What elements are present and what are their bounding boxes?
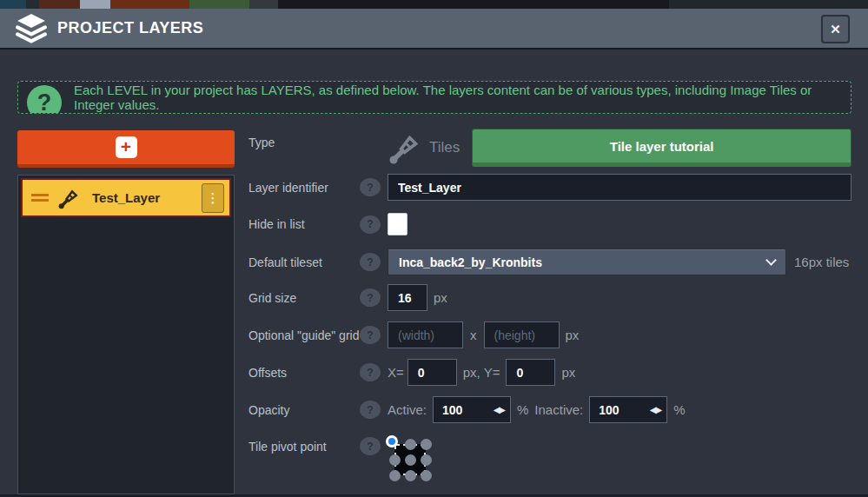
layers-sidebar: + Test_Layer ⋮ — [17, 130, 235, 494]
strip-segment — [189, 0, 249, 9]
add-layer-button[interactable]: + — [17, 130, 235, 168]
help-icon[interactable]: ? — [360, 253, 381, 271]
opacity-label: Opacity — [248, 403, 360, 417]
type-label: Type — [248, 129, 360, 149]
pivot-dot[interactable] — [421, 470, 432, 481]
help-icon[interactable]: ? — [360, 215, 381, 234]
help-icon[interactable]: ? — [360, 363, 381, 381]
guide-width-input[interactable] — [388, 321, 463, 348]
kebab-icon: ⋮ — [207, 191, 220, 204]
hide-in-list-label: Hide in list — [248, 217, 360, 231]
guide-grid-row: Optional "guide" grid ? x px — [248, 321, 851, 348]
offsets-label: Offsets — [248, 366, 360, 380]
percent-sign: % — [517, 402, 528, 417]
tile-pivot-grid[interactable] — [388, 437, 433, 482]
guide-separator: x — [470, 328, 477, 342]
close-icon: ✕ — [830, 22, 841, 37]
strip-segment — [249, 0, 278, 9]
layer-list-item[interactable]: Test_Layer ⋮ — [21, 178, 231, 217]
active-opacity-input[interactable]: 100 ◀▶ — [433, 396, 511, 423]
info-banner: ? Each LEVEL in your project has LAYERS,… — [17, 81, 851, 114]
layer-menu-button[interactable]: ⋮ — [202, 183, 224, 213]
default-tileset-label: Default tileset — [248, 255, 360, 269]
offsets-row: Offsets ? X= px, Y= px — [248, 359, 851, 386]
guide-grid-unit: px — [566, 328, 580, 342]
question-mark-icon: ? — [27, 85, 62, 114]
layers-icon — [14, 13, 49, 44]
strip-segment — [0, 0, 26, 9]
pivot-dot[interactable] — [421, 454, 432, 466]
percent-sign: % — [673, 402, 685, 417]
help-icon[interactable]: ? — [360, 288, 381, 307]
tile-pivot-label: Tile pivot point — [248, 437, 360, 454]
tutorial-button-label: Tile layer tutorial — [610, 139, 714, 154]
opacity-row: Opacity ? Active: 100 ◀▶ % Inactive: 100… — [248, 396, 851, 423]
dialog-header: PROJECT LAYERS ✕ — [0, 9, 868, 50]
offset-separator: px, Y= — [463, 365, 500, 380]
strip-segment — [669, 0, 868, 9]
pivot-dot[interactable] — [405, 454, 416, 466]
inactive-opacity-label: Inactive: — [534, 402, 583, 417]
grid-size-label: Grid size — [248, 291, 360, 305]
strip-segment — [80, 0, 110, 9]
help-icon[interactable]: ? — [360, 437, 381, 455]
pivot-dot-selected[interactable] — [386, 435, 398, 447]
identifier-row: Layer identifier ? — [248, 174, 851, 201]
offset-x-label: X= — [388, 365, 404, 380]
layer-settings-form: Type Tiles Tile layer tutorial Layer ide… — [248, 122, 851, 482]
info-banner-text: Each LEVEL in your project has LAYERS, a… — [74, 83, 851, 112]
strip-segment — [110, 0, 189, 9]
pivot-dot[interactable] — [405, 439, 416, 450]
strip-segment — [39, 0, 80, 9]
tile-pivot-row: Tile pivot point ? — [248, 437, 851, 482]
spinner-arrows-icon[interactable]: ◀▶ — [650, 405, 666, 414]
default-tileset-row: Default tileset ? Inca_back2_by_Kronbits… — [248, 248, 851, 275]
hide-in-list-row: Hide in list ? — [248, 213, 851, 235]
inactive-opacity-value: 100 — [590, 403, 650, 417]
selected-tileset: Inca_back2_by_Kronbits — [399, 255, 767, 269]
offsets-unit: px — [561, 365, 575, 380]
close-button[interactable]: ✕ — [821, 15, 850, 43]
plus-icon: + — [116, 136, 137, 158]
hide-in-list-checkbox[interactable] — [388, 213, 407, 235]
tile-layer-tutorial-button[interactable]: Tile layer tutorial — [472, 129, 851, 167]
offset-y-input[interactable] — [506, 359, 555, 386]
inactive-opacity-input[interactable]: 100 ◀▶ — [589, 396, 667, 423]
type-row: Type Tiles Tile layer tutorial — [248, 129, 851, 167]
help-icon[interactable]: ? — [360, 178, 381, 196]
help-icon[interactable]: ? — [360, 326, 381, 344]
active-opacity-value: 100 — [434, 403, 494, 417]
grid-size-row: Grid size ? px — [248, 284, 851, 311]
spinner-arrows-icon[interactable]: ◀▶ — [494, 405, 510, 414]
pivot-dot[interactable] — [421, 439, 432, 450]
identifier-label: Layer identifier — [248, 181, 360, 195]
layer-type-value: Tiles — [429, 139, 460, 156]
layer-identifier-input[interactable] — [388, 174, 851, 201]
chevron-down-icon — [765, 255, 777, 266]
offset-x-input[interactable] — [407, 359, 457, 386]
guide-height-input[interactable] — [484, 321, 560, 348]
brush-icon — [388, 129, 424, 166]
strip-segment — [26, 0, 39, 9]
active-opacity-label: Active: — [388, 402, 427, 417]
layers-list: Test_Layer ⋮ — [17, 175, 235, 494]
drag-handle-icon[interactable] — [31, 191, 49, 204]
tileset-size-note: 16px tiles — [794, 255, 849, 269]
page-title: PROJECT LAYERS — [57, 19, 203, 37]
tiles-layer-icon — [57, 186, 82, 210]
guide-grid-label: Optional "guide" grid — [248, 328, 360, 342]
layer-name: Test_Layer — [92, 190, 202, 205]
default-tileset-select[interactable]: Inca_back2_by_Kronbits — [388, 248, 786, 275]
pivot-dot[interactable] — [389, 470, 401, 481]
pivot-dot[interactable] — [405, 470, 416, 481]
pivot-dot[interactable] — [389, 454, 401, 466]
grid-size-input[interactable] — [388, 284, 427, 311]
help-icon[interactable]: ? — [360, 401, 381, 419]
strip-segment — [278, 0, 669, 9]
background-app-strip — [0, 0, 868, 9]
grid-size-unit: px — [434, 290, 447, 305]
